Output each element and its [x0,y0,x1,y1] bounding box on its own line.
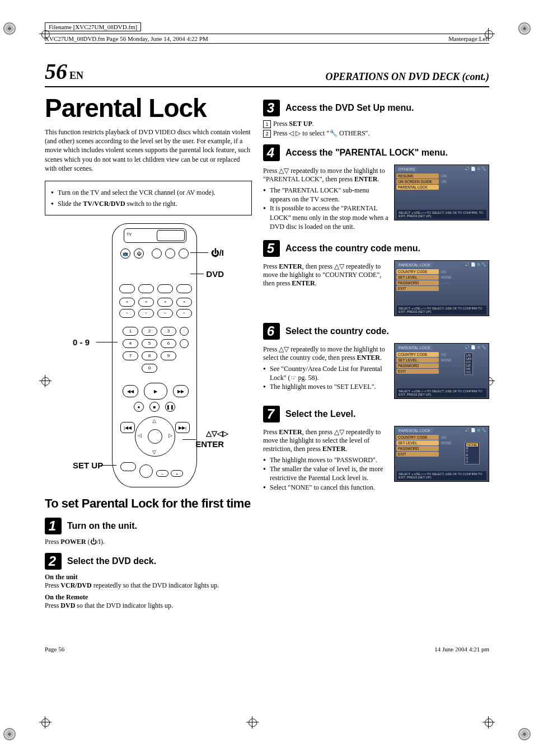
prep-bold: TV/VCR/DVD [83,200,125,208]
remote-nav-ring: △ ▽ ◁ ▷ [135,416,175,457]
step-3: 3 Access the DVD Set Up menu. [263,100,489,116]
s2uc: repeatedly so that the DVD indicator lig… [92,581,219,589]
s1a: Press [45,538,60,546]
remote-num-1: 1 [123,327,138,336]
osd-p3-r0: COUNTRY CODE [396,435,439,440]
step6-body: Press △▽ repeatedly to move the highligh… [263,345,388,362]
s7bul1: The highlight moves to "PASSWORD". [263,456,388,464]
remote-label-arrows: △▽◁▷ [206,429,228,438]
osd-p3-v0: US [439,435,448,440]
remote-pause: ❚❚ [165,402,175,412]
osd-p2-r1: SET LEVEL [396,358,439,363]
remote-oval-4 [176,284,192,293]
intro-text: This function restricts playback of DVD … [45,128,252,173]
step-title-4: Access the "PARENTAL LOCK" menu. [285,148,448,158]
remote-sq-2 [180,339,189,348]
remote-label-power: ⏻/I [211,248,224,257]
osd-o-v1: ON [439,179,449,184]
s7b: ENTER [279,428,302,436]
remote-num-8: 8 [142,351,157,360]
osd-p2-v0: US [439,352,448,357]
s2ub: VCR/DVD [60,581,91,589]
step-title-6: Select the country code. [285,326,389,336]
s5b: ENTER [279,262,302,270]
osd-plock-3: 🔊 📄 ⚙ 🔧 PARENTAL LOCK COUNTRY CODEUS SET… [394,426,489,482]
step6-bullets: See "Country/Area Code List for Parental… [263,364,388,392]
s7a: Press [263,428,279,436]
s7d: ENTER [322,445,345,453]
step4-body: Press △▽ repeatedly to move the highligh… [263,167,388,184]
remote-vol-plus: + [171,470,183,477]
osd-p3-foot: SELECT ⬥ USE△▽◁▷TO SELECT, USE OK TO CON… [397,471,486,480]
osd-icons-2: 🔊 📄 ⚙ 🔧 [465,262,486,267]
remote-slider-knob [157,230,185,241]
remote-setup-btn [120,462,136,471]
step-num-5: 5 [263,240,280,257]
footer-date: 14 June 2004 4:21 pm [434,646,489,652]
osd-others: 🔊 📄 ⚙ 🔧 OTHERS RESUMEON ON SCREEN GUIDEO… [394,165,489,220]
osd-p3-r1: SET LEVEL [396,440,439,445]
remote-minus-3: − [157,309,173,318]
osd-p1-foot: SELECT ⬥ USE△▽◁▷TO SELECT, USE OK TO CON… [397,306,486,314]
step-body-2: On the unit Press VCR/DVD repeatedly so … [45,573,252,610]
osd-p3-r2: PASSWORD [396,446,439,451]
osd-plock-1: 🔊 📄 ⚙ 🔧 PARENTAL LOCK COUNTRY CODEUS SET… [394,260,489,316]
remote-rec: ● [134,402,144,412]
remote-slider: TV [124,228,186,243]
s5d: ENTER [292,279,315,287]
osd-o-r2: PARENTAL LOCK [396,185,439,190]
s2ra: Press [45,602,60,609]
remote-btn-tv: 📺 [120,248,130,259]
osd-icons-1: 🔊 📄 ⚙ 🔧 [465,167,486,171]
step-6: 6 Select the country code. [263,323,489,340]
s3s2b: 🔧 OTHERS". [329,129,370,137]
remote-minus-2: − [138,309,154,318]
osd-plock-2: 🔊 📄 ⚙ 🔧 PARENTAL LOCK COUNTRY CODEUS SET… [394,343,489,399]
page-lang: EN [69,70,83,81]
step3-sub1: 1 Press SET UP. [263,120,489,128]
s4bul1: The "PARENTAL LOCK" sub-menu appears on … [263,186,388,204]
osd-o-foot: SELECT ⬥ USE△▽◁▷TO SELECT, USE OK TO CON… [397,210,486,219]
prep-item-2: Slide the TV/VCR/DVD switch to the right… [51,199,246,208]
s3s2a: Press ◁ ▷ to select " [273,129,329,137]
osd-p2-r0: COUNTRY CODE [396,352,439,357]
remote-btn-c [165,248,175,259]
step-4: 4 Access the "PARENTAL LOCK" menu. [263,144,489,161]
remote-plus-3: + [157,298,173,307]
remote-label-dvd: DVD [206,269,224,279]
s7bul3: Select "NONE" to cancel this function. [263,483,388,492]
remote-prev: |◀◀ [120,422,135,433]
s2rc: so that the DVD indicator lights up. [75,602,173,609]
step-num-7: 7 [263,406,280,422]
step-num-3: 3 [263,100,280,116]
remote-tv-label: TV [127,232,132,236]
s4bul2: It is possible to access the "PARENTAL L… [263,204,388,231]
osd-level-dropdown: NONE 8 7 6 5 4 [465,442,480,464]
s7bul2: The smaller the value of level is, the m… [263,464,388,482]
remote-line-dvd [190,274,204,274]
s2rb: DVD [60,602,75,609]
remote-num-3: 3 [161,327,176,336]
pageinfo-bar: XVC27UM_08DVD.fm Page 56 Monday, June 14… [45,34,489,44]
s2-unit-body: Press VCR/DVD repeatedly so that the DVD… [45,581,252,590]
osd-p2-foot: SELECT ⬥ USE△▽◁▷TO SELECT, USE OK TO CON… [397,388,486,397]
substep-2-icon: 2 [263,130,271,138]
step-title-7: Select the Level. [285,409,355,419]
remote-num-6: 6 [161,339,176,348]
remote-vol-minus: − [156,470,168,477]
osd-p3-r3: EXIT [396,452,439,457]
remote-minus-1: − [119,309,135,318]
header-rule [45,86,489,87]
s2-remote-head: On the Remote [45,593,252,602]
osd-p1-v2: - - - - [439,280,451,285]
step-5: 5 Access the country code menu. [263,240,489,257]
remote-label-setup: SET UP [73,461,103,470]
s2-remote-body: Press DVD so that the DVD indicator ligh… [45,602,252,610]
s4b: ENTER [354,175,377,183]
osd-title-plock3: PARENTAL LOCK [396,428,433,433]
s6bul1: See "Country/Area Code List for Parental… [263,364,388,382]
s3s1b: SET UP [289,120,312,128]
osd-p2-r3: EXIT [396,369,439,374]
subhead-firsttime: To set Parental Lock for the first time [45,496,252,511]
step4-bullets: The "PARENTAL LOCK" sub-menu appears on … [263,186,388,231]
